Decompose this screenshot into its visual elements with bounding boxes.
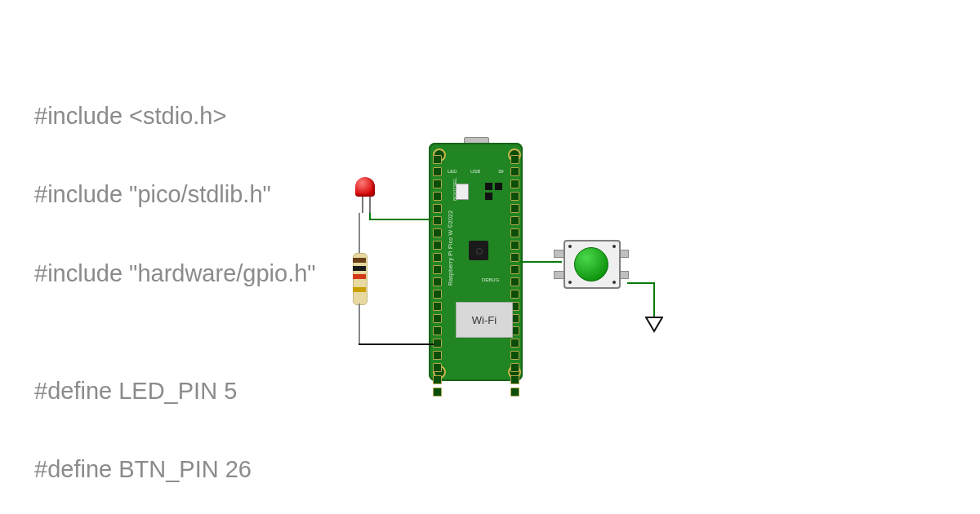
board-label-39: 39 (498, 169, 504, 174)
wire-btn-gp26 (519, 261, 562, 263)
svg-marker-0 (646, 317, 662, 331)
button-corner-dot-icon (568, 245, 572, 248)
button-corner-dot-icon (612, 281, 616, 284)
schematic-canvas: #include <stdio.h> #include "pico/stdlib… (0, 0, 980, 514)
code-line: #define BTN_PIN 26 (34, 450, 522, 489)
board-side-text: Raspberry Pi Pico W ©2022 (448, 210, 453, 286)
chip-icon (495, 183, 502, 190)
resistor-lead (359, 213, 360, 253)
wifi-module-label: Wi-Fi (472, 314, 497, 326)
board-label-debug: DEBUG (482, 277, 499, 282)
pico-w-board[interactable] (429, 143, 523, 381)
wire-btn-gnd (653, 282, 655, 318)
resistor-band-2 (353, 266, 366, 271)
button-corner-dot-icon (568, 281, 572, 284)
bootsel-button[interactable] (456, 184, 469, 200)
chip-icon (485, 193, 492, 200)
wifi-module: Wi-Fi (456, 302, 513, 338)
push-button-cap[interactable] (574, 247, 608, 281)
code-line: #include <stdio.h> (34, 96, 522, 135)
resistor-band-1 (353, 258, 366, 263)
wire-led-gp5 (369, 219, 433, 220)
chip-icon (485, 183, 492, 190)
resistor-lead (359, 304, 360, 344)
resistor-band-3 (353, 274, 366, 279)
chip-orientation-icon (476, 248, 483, 255)
board-label-led: LED (448, 169, 457, 174)
board-label-bootsel: BOOTSEL (452, 178, 457, 201)
wire-resistor-gnd (359, 343, 434, 345)
red-led[interactable] (355, 177, 375, 197)
ground-symbol-icon (645, 317, 663, 335)
button-corner-dot-icon (612, 245, 616, 248)
pin-header-left[interactable] (433, 155, 441, 397)
led-cathode-leg (362, 197, 363, 213)
resistor-band-4 (353, 287, 366, 292)
wire-btn-gnd (627, 282, 655, 284)
pin-header-right[interactable] (510, 155, 519, 397)
board-label-usb: USB (470, 169, 480, 174)
